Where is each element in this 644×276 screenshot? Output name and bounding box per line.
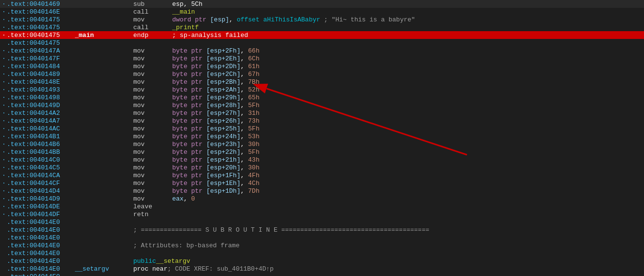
address: .text:004014C5 xyxy=(7,164,75,171)
comma: , xyxy=(240,141,248,148)
mem-operand: byte ptr [esp+2Ah] xyxy=(172,86,240,93)
comma: , xyxy=(240,86,248,93)
table-row[interactable]: .text:004014E0 ; Attributes: bp-based fr… xyxy=(0,241,644,249)
dot-indicator: · xyxy=(2,102,7,109)
address: .text:0040147A xyxy=(7,47,75,55)
dot-indicator: · xyxy=(2,141,7,148)
address: .text:004014DF xyxy=(7,211,75,218)
table-row[interactable]: · .text:004014BB mov byte ptr [esp+22h],… xyxy=(0,148,644,156)
mnemonic: mov xyxy=(133,141,172,148)
mnemonic: mov xyxy=(133,63,172,70)
mnemonic: mov xyxy=(133,110,172,117)
address: .text:004014E0 xyxy=(7,242,75,249)
address: .text:00401498 xyxy=(7,94,75,101)
comma: , xyxy=(240,102,248,109)
table-row[interactable]: · .text:004014C5 mov byte ptr [esp+20h],… xyxy=(0,164,644,171)
xref-comment: ; CODE XREF: sub_4011B0+4D↑p xyxy=(167,265,273,273)
mem-operand: byte ptr [esp+2Ch] xyxy=(172,71,240,78)
mem-operand: byte ptr [esp+1Dh] xyxy=(172,187,240,195)
table-row[interactable]: · .text:0040146E call __main xyxy=(0,8,644,16)
mnemonic: mov xyxy=(133,172,172,179)
table-row[interactable]: · .text:004014CF mov byte ptr [esp+1Eh],… xyxy=(0,179,644,187)
address: .text:00401475 xyxy=(7,32,75,39)
table-row[interactable]: · .text:004014DF retn xyxy=(0,210,644,218)
table-row[interactable]: · .text:00401484 mov byte ptr [esp+2Dh],… xyxy=(0,62,644,70)
dot-indicator: · xyxy=(2,164,7,171)
comma: , xyxy=(240,125,248,132)
table-row[interactable]: · .text:0040149D mov byte ptr [esp+28h],… xyxy=(0,101,644,109)
mnemonic: mov xyxy=(133,102,172,109)
address: .text:004014C0 xyxy=(7,156,75,164)
table-row[interactable]: .text:00401475 xyxy=(0,39,644,47)
hex-value: 4Ch xyxy=(248,180,259,187)
mem-operand: byte ptr [esp+27h] xyxy=(172,110,240,117)
dot-indicator: · xyxy=(2,8,7,16)
table-row[interactable]: · .text:00401493 mov byte ptr [esp+2Ah],… xyxy=(0,86,644,93)
address: .text:00401484 xyxy=(7,63,75,70)
disasm-view: · .text:00401469 sub esp, 5Ch · .text:00… xyxy=(0,0,644,276)
table-row[interactable]: .text:004014E0 public __setargv xyxy=(0,257,644,265)
mnemonic: mov xyxy=(133,180,172,187)
hex-value: 61h xyxy=(248,63,259,70)
mnemonic: mov xyxy=(133,133,172,140)
mem-operand: byte ptr [esp+2Fh] xyxy=(172,47,240,55)
operands-container: byte ptr [esp+21h], 43h xyxy=(172,156,259,164)
table-row[interactable]: · .text:004014B1 mov byte ptr [esp+24h],… xyxy=(0,132,644,140)
mem-operand: byte ptr [esp+23h] xyxy=(172,141,240,148)
mem-operand: byte ptr [esp+2Bh] xyxy=(172,78,240,86)
hex-value: 73h xyxy=(248,117,259,125)
operands-container: byte ptr [esp+2Bh], 7Bh xyxy=(172,78,259,86)
table-row[interactable]: · .text:00401475 mov dword ptr [esp], of… xyxy=(0,16,644,23)
operands-container: _printf xyxy=(172,24,199,31)
table-row[interactable]: · .text:0040148E mov byte ptr [esp+2Bh],… xyxy=(0,78,644,86)
address: .text:00401489 xyxy=(7,71,75,78)
table-row[interactable]: · .text:00401469 sub esp, 5Ch xyxy=(0,0,644,8)
dot-indicator: · xyxy=(2,63,7,70)
mem-operand: byte ptr [esp+28h] xyxy=(172,102,240,109)
mnemonic: endp xyxy=(133,32,172,39)
proc-name: __setargv xyxy=(156,258,190,265)
table-row[interactable]: · .text:004014A7 mov byte ptr [esp+26h],… xyxy=(0,117,644,125)
comma: , xyxy=(240,133,248,140)
operands-container: byte ptr [esp+26h], 73h xyxy=(172,117,259,125)
table-row[interactable]: · .text:004014AC mov byte ptr [esp+25h],… xyxy=(0,125,644,132)
dot-indicator: · xyxy=(2,203,7,210)
public-keyword: public xyxy=(133,258,156,265)
comma: , xyxy=(240,187,248,195)
mem-operand: byte ptr [esp+1Eh] xyxy=(172,180,240,187)
table-row[interactable]: · .text:00401475 _main endp ; sp-analysi… xyxy=(0,31,644,39)
comma: , xyxy=(240,47,248,55)
address: .text:004014E0 xyxy=(7,265,75,273)
table-row[interactable]: · .text:0040147F mov byte ptr [esp+2Eh],… xyxy=(0,55,644,62)
table-row[interactable]: · .text:004014D4 mov byte ptr [esp+1Dh],… xyxy=(0,187,644,195)
table-row[interactable]: · .text:004014CA mov byte ptr [esp+1Fh],… xyxy=(0,171,644,179)
table-row[interactable]: .text:004014E0 ; ================ S U B … xyxy=(0,226,644,234)
mem-operand: byte ptr [esp+20h] xyxy=(172,164,240,171)
mnemonic: mov xyxy=(133,16,172,23)
table-row[interactable]: · .text:00401475 call _printf xyxy=(0,23,644,31)
table-row[interactable]: · .text:004014DE leave xyxy=(0,202,644,210)
mnemonic: mov xyxy=(133,187,172,195)
address: .text:004014BB xyxy=(7,148,75,156)
table-row[interactable]: · .text:004014A2 mov byte ptr [esp+27h],… xyxy=(0,109,644,117)
table-row[interactable]: · .text:00401489 mov byte ptr [esp+2Ch],… xyxy=(0,70,644,78)
dot-indicator: · xyxy=(2,195,7,202)
address: .text:004014D9 xyxy=(7,195,75,202)
table-row[interactable]: · .text:00401498 mov byte ptr [esp+29h],… xyxy=(0,93,644,101)
table-row[interactable]: .text:004014E0 xyxy=(0,249,644,257)
table-row[interactable]: · .text:004014D9 mov eax, 0 xyxy=(0,195,644,202)
hex-value: 67h xyxy=(248,71,259,78)
address: .text:004014E0 xyxy=(7,219,75,226)
table-row[interactable]: .text:004014E0 xyxy=(0,218,644,226)
table-row[interactable]: · .text:0040147A mov byte ptr [esp+2Fh],… xyxy=(0,47,644,55)
table-row[interactable]: · .text:004014C0 mov byte ptr [esp+21h],… xyxy=(0,156,644,164)
table-row[interactable]: · .text:004014B6 mov byte ptr [esp+23h],… xyxy=(0,140,644,148)
table-row[interactable]: .text:004014E0 xyxy=(0,234,644,241)
table-row[interactable]: .text:004014E0 xyxy=(0,273,644,276)
mem-operand: byte ptr [esp+2Dh] xyxy=(172,63,240,70)
mnemonic: mov xyxy=(133,164,172,171)
comma: , xyxy=(240,148,248,156)
operands-container: byte ptr [esp+24h], 53h xyxy=(172,133,259,140)
table-row[interactable]: .text:004014E0 __setargv proc near ; COD… xyxy=(0,265,644,273)
comma: , xyxy=(240,180,248,187)
